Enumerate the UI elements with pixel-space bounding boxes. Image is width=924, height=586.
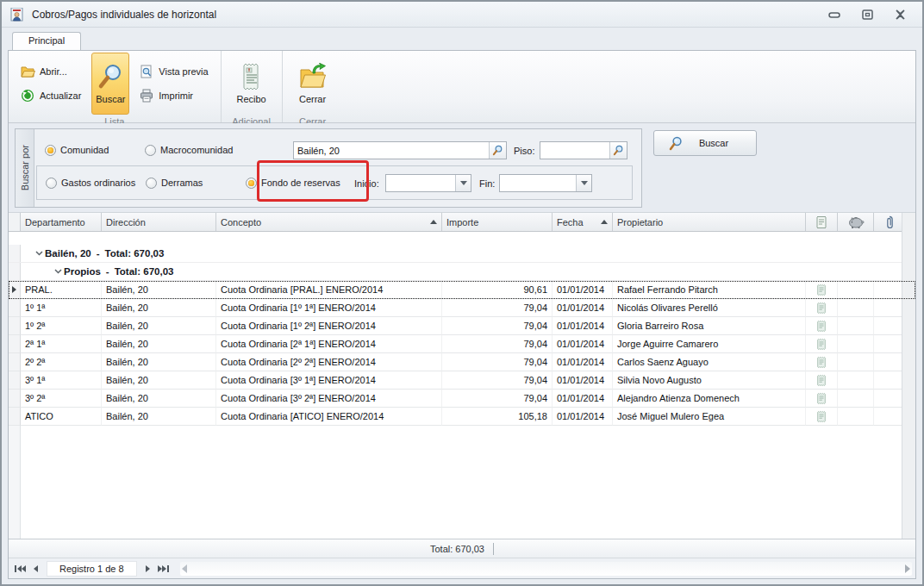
footer-divider bbox=[493, 543, 494, 555]
minimize-button[interactable] bbox=[827, 9, 841, 21]
piso-input[interactable] bbox=[540, 141, 627, 159]
row-indicator-cell bbox=[9, 371, 21, 390]
table-row[interactable]: 1º 1ª Bailén, 20 Cuota Ordinaria [1º 1ª]… bbox=[9, 299, 915, 317]
table-row[interactable]: 2ª 1ª Bailén, 20 Cuota Ordinaria [2ª 1ª]… bbox=[9, 335, 915, 353]
cell-importe: 90,61 bbox=[442, 281, 553, 299]
cerrar-label: Cerrar bbox=[299, 94, 326, 104]
cell-attach bbox=[874, 299, 905, 317]
page-frame: Abrir... Actualizar Busca bbox=[8, 50, 916, 579]
cell-receipt-button[interactable] bbox=[806, 371, 838, 390]
group-row-bailen[interactable]: Bailén, 20 - Total: 670,03 bbox=[9, 245, 915, 263]
table-row[interactable]: 3º 1ª Bailén, 20 Cuota Ordinaria [3º 1ª]… bbox=[9, 371, 915, 390]
fin-combobox[interactable] bbox=[499, 174, 592, 192]
comunidad-value: Bailén, 20 bbox=[294, 146, 343, 156]
group-total: Total: 670,03 bbox=[115, 266, 174, 277]
collapse-chevron-icon[interactable] bbox=[52, 269, 64, 274]
header-paperclip-column[interactable] bbox=[874, 213, 905, 231]
cell-importe: 79,04 bbox=[442, 299, 553, 317]
comunidad-search-icon[interactable] bbox=[489, 142, 506, 159]
previous-record-button[interactable] bbox=[28, 561, 43, 577]
group-name: Bailén, 20 bbox=[45, 248, 91, 259]
row-indicator-cell bbox=[9, 299, 21, 317]
header-importe[interactable]: Importe bbox=[442, 213, 553, 231]
cell-departamento: 2º 2ª bbox=[21, 353, 102, 371]
cell-attach bbox=[874, 408, 905, 426]
print-preview-icon bbox=[140, 65, 154, 78]
radio-gastos-ordinarios[interactable]: Gastos ordinarios bbox=[46, 174, 135, 191]
cell-attach bbox=[874, 317, 905, 335]
window-title: Cobros/Pagos individuales de horizontal bbox=[32, 9, 216, 21]
receipt-icon bbox=[816, 392, 827, 405]
cell-receipt-button[interactable] bbox=[806, 408, 838, 426]
buscar-button[interactable]: Buscar bbox=[653, 130, 757, 156]
vista-previa-button[interactable]: Vista previa bbox=[136, 63, 211, 80]
receipt-icon bbox=[816, 338, 827, 351]
header-receipt-column[interactable] bbox=[806, 213, 838, 231]
next-record-button[interactable] bbox=[140, 561, 156, 577]
radio-derramas-label: Derramas bbox=[161, 178, 203, 188]
recibo-button[interactable]: Recibo bbox=[227, 53, 277, 115]
table-row[interactable]: 2º 2ª Bailén, 20 Cuota Ordinaria [2º 2ª]… bbox=[9, 353, 915, 371]
cell-fecha: 01/01/2014 bbox=[553, 299, 613, 317]
cerrar-button[interactable]: Cerrar bbox=[288, 53, 338, 115]
buscar-ribbon-button[interactable]: Buscar bbox=[91, 53, 129, 115]
cell-importe: 79,04 bbox=[442, 390, 553, 408]
fin-dropdown-icon[interactable] bbox=[576, 175, 591, 191]
table-row[interactable]: 1º 2ª Bailén, 20 Cuota Ordinaria [1º 2ª]… bbox=[9, 317, 915, 335]
title-bar: Cobros/Pagos individuales de horizontal bbox=[2, 2, 922, 28]
radio-comunidad[interactable]: Comunidad bbox=[45, 141, 109, 159]
search-band: Buscar por Comunidad Macrocomunidad bbox=[9, 123, 915, 213]
tab-principal[interactable]: Principal bbox=[12, 32, 81, 50]
cell-receipt-button[interactable] bbox=[806, 281, 838, 299]
scroll-right-icon[interactable] bbox=[905, 564, 910, 573]
cell-receipt-button[interactable] bbox=[806, 353, 838, 371]
cell-receipt-button[interactable] bbox=[806, 390, 838, 408]
cell-concepto: Cuota Ordinaria [ATICO] ENERO/2014 bbox=[216, 408, 442, 426]
scroll-left-icon[interactable] bbox=[182, 564, 187, 573]
radio-macrocomunidad[interactable]: Macrocomunidad bbox=[145, 141, 233, 159]
actualizar-button[interactable]: Actualizar bbox=[17, 87, 84, 104]
imprimir-button[interactable]: Imprimir bbox=[136, 87, 211, 104]
cell-attach bbox=[874, 390, 905, 408]
collapse-chevron-icon[interactable] bbox=[33, 251, 45, 256]
first-record-button[interactable] bbox=[12, 561, 28, 577]
header-propietario[interactable]: Propietario bbox=[613, 213, 806, 231]
cell-departamento: 3º 2ª bbox=[21, 390, 102, 408]
restore-button[interactable] bbox=[860, 9, 874, 21]
radio-fondo-de-reservas[interactable]: Fondo de reservas bbox=[246, 174, 340, 191]
current-row-arrow-icon bbox=[12, 286, 16, 293]
last-record-button[interactable] bbox=[156, 561, 172, 577]
table-row[interactable]: PRAL. Bailén, 20 Cuota Ordinaria [PRAL.]… bbox=[9, 281, 915, 299]
header-concepto[interactable]: Concepto bbox=[216, 213, 442, 231]
horizontal-scrollbar[interactable] bbox=[180, 562, 912, 576]
table-row[interactable]: 3º 2ª Bailén, 20 Cuota Ordinaria [3º 2ª]… bbox=[9, 390, 915, 408]
radio-derramas[interactable]: Derramas bbox=[146, 174, 203, 191]
comunidad-input[interactable]: Bailén, 20 bbox=[293, 141, 507, 159]
header-fecha[interactable]: Fecha bbox=[553, 213, 613, 231]
vertical-scrollbar[interactable] bbox=[902, 213, 915, 539]
printer-icon bbox=[140, 89, 154, 103]
cell-direccion: Bailén, 20 bbox=[102, 317, 216, 335]
header-direccion[interactable]: Dirección bbox=[102, 213, 216, 231]
cell-fecha: 01/01/2014 bbox=[553, 371, 613, 390]
header-departamento[interactable]: Departamento bbox=[21, 213, 102, 231]
imprimir-label: Imprimir bbox=[159, 90, 193, 101]
close-button[interactable] bbox=[893, 9, 907, 21]
cell-concepto: Cuota Ordinaria [1º 1ª] ENERO/2014 bbox=[216, 299, 442, 317]
cell-attach bbox=[874, 371, 905, 390]
piso-search-icon[interactable] bbox=[609, 142, 627, 159]
cell-importe: 79,04 bbox=[442, 317, 553, 335]
cell-propietario: Silvia Novo Augusto bbox=[613, 371, 806, 390]
inicio-combobox[interactable] bbox=[385, 174, 471, 192]
header-importe-label: Importe bbox=[446, 217, 478, 228]
table-row[interactable]: ATICO Bailén, 20 Cuota Ordinaria [ATICO]… bbox=[9, 408, 915, 426]
header-piggy-bank-column[interactable] bbox=[838, 213, 874, 231]
inicio-dropdown-icon[interactable] bbox=[455, 175, 471, 191]
abrir-label: Abrir... bbox=[40, 66, 67, 77]
abrir-button[interactable]: Abrir... bbox=[17, 63, 84, 80]
cell-receipt-button[interactable] bbox=[806, 335, 838, 353]
cell-fecha: 01/01/2014 bbox=[553, 281, 613, 299]
group-row-propios[interactable]: Propios - Total: 670,03 bbox=[9, 263, 915, 281]
cell-receipt-button[interactable] bbox=[806, 317, 838, 335]
cell-receipt-button[interactable] bbox=[806, 299, 838, 317]
